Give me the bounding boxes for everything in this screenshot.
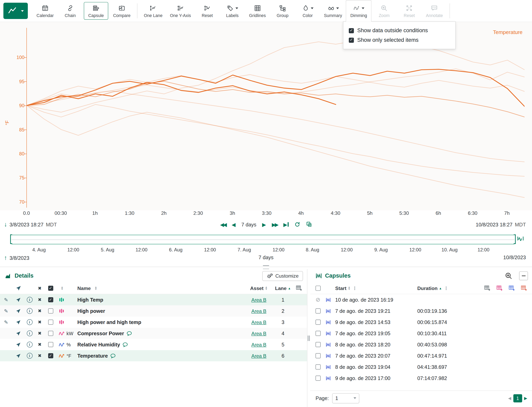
capsule-checkbox[interactable] bbox=[316, 331, 321, 336]
toolbar-item-compare[interactable]: Compare bbox=[109, 0, 134, 22]
sort-icon[interactable]: ▲▼ bbox=[348, 286, 350, 290]
capsule-checkbox[interactable] bbox=[316, 353, 321, 358]
remove-icon[interactable]: ✖ bbox=[35, 342, 45, 347]
pin-icon[interactable] bbox=[12, 342, 24, 347]
range-slider[interactable] bbox=[12, 235, 514, 244]
plot-area[interactable] bbox=[26, 28, 524, 208]
capsule-checkbox[interactable] bbox=[316, 320, 321, 325]
step-back-fast-button[interactable]: ◀◀ bbox=[220, 222, 226, 227]
capsule-checkbox[interactable] bbox=[316, 308, 321, 313]
lane-column-header[interactable]: Lane bbox=[275, 286, 286, 291]
capsule-row[interactable]: 9 de ago. de 2023 17:00 07:14:07.982 bbox=[310, 373, 532, 384]
prev-page-button[interactable]: ◀ bbox=[508, 396, 511, 401]
item-name[interactable]: High power bbox=[77, 308, 105, 314]
toolbar-item-one-y-axis[interactable]: One Y-Axis bbox=[166, 0, 195, 22]
details-row[interactable]: i ✖ kW Compressor Power Area B 4 bbox=[0, 328, 307, 339]
sort-asc-icon[interactable]: ▲ bbox=[439, 287, 442, 290]
pin-icon[interactable] bbox=[12, 331, 24, 336]
details-row[interactable]: i ✖ °F Temperature Area B 6 bbox=[0, 350, 307, 361]
toolbar-item-group[interactable]: Group bbox=[270, 0, 295, 22]
toolbar-item-reset[interactable]: Reset bbox=[195, 0, 220, 22]
capsule-row[interactable]: 8 de ago. de 2023 18:20 00:40:53.098 bbox=[310, 339, 532, 350]
item-name[interactable]: High Temp bbox=[77, 297, 103, 303]
info-icon[interactable]: i bbox=[27, 308, 32, 314]
toolbar-item-summary[interactable]: Summary bbox=[320, 0, 346, 22]
add-column-icon[interactable] bbox=[291, 285, 307, 291]
step-forward-fast-button[interactable]: ▶▶ bbox=[272, 222, 278, 227]
pin-icon[interactable] bbox=[12, 353, 24, 358]
asset-link[interactable]: Area B bbox=[251, 331, 266, 336]
item-name[interactable]: Temperature bbox=[77, 353, 108, 359]
capsule-checkbox[interactable] bbox=[316, 376, 321, 381]
details-row[interactable]: ✎ i ✖ High power and high temp Area B 3 bbox=[0, 317, 307, 328]
capsule-row[interactable]: ⊘ 10 de ago. de 2023 16:19 bbox=[310, 294, 532, 305]
details-row[interactable]: ✎ i ✖ High Temp Area B 1 bbox=[0, 294, 307, 305]
range-slider-left-handle[interactable] bbox=[10, 235, 12, 244]
vertical-splitter[interactable] bbox=[307, 269, 310, 407]
row-checkbox[interactable] bbox=[48, 297, 53, 302]
sort-icon[interactable]: ▲▼ bbox=[265, 286, 268, 290]
info-icon[interactable]: i bbox=[27, 319, 32, 325]
add-metric-column-icon[interactable] bbox=[521, 285, 527, 291]
toolbar-item-gridlines[interactable]: Gridlines bbox=[245, 0, 270, 22]
pin-icon[interactable] bbox=[12, 320, 24, 325]
remove-icon[interactable]: ✖ bbox=[35, 331, 45, 336]
toolbar-item-one-lane[interactable]: One Lane bbox=[140, 0, 166, 22]
collapse-panel-button[interactable] bbox=[519, 271, 528, 280]
capsule-checkbox[interactable] bbox=[316, 364, 321, 369]
customize-button[interactable]: Customize bbox=[262, 271, 303, 281]
row-checkbox[interactable] bbox=[48, 331, 53, 336]
pin-icon[interactable] bbox=[12, 297, 24, 302]
trend-line-capsule-dark-1[interactable] bbox=[27, 69, 524, 106]
toolbar-item-labels[interactable]: Labels bbox=[220, 0, 245, 22]
asset-link[interactable]: Area B bbox=[251, 308, 266, 313]
name-column-header[interactable]: Name bbox=[77, 286, 91, 291]
next-page-button[interactable]: ▶ bbox=[524, 396, 527, 401]
row-checkbox[interactable] bbox=[48, 342, 53, 347]
sort-asc-icon[interactable]: ▲ bbox=[288, 287, 291, 290]
step-forward-button[interactable]: ▶ bbox=[262, 222, 266, 227]
capsule-row[interactable]: 9 de ago. de 2023 14:53 00:06:15.874 bbox=[310, 317, 532, 328]
edit-icon[interactable]: ✎ bbox=[4, 297, 8, 303]
select-all-capsules-checkbox[interactable] bbox=[316, 286, 321, 291]
select-all-checkbox[interactable] bbox=[48, 286, 53, 291]
current-page-button[interactable]: 1 bbox=[513, 394, 522, 402]
details-row[interactable]: i ✖ % Relative Humidity Area B 5 bbox=[0, 339, 307, 350]
dimming-option-outside[interactable]: Show data outside conditions bbox=[348, 26, 451, 35]
step-back-button[interactable]: ◀ bbox=[232, 222, 236, 227]
sort-icon[interactable]: ▲▼ bbox=[94, 286, 97, 290]
edit-icon[interactable]: ✎ bbox=[4, 319, 8, 325]
toolbar-item-dimming[interactable]: Dimming bbox=[346, 0, 372, 22]
edit-icon[interactable]: ✎ bbox=[4, 308, 8, 314]
asset-link[interactable]: Area B bbox=[251, 319, 266, 325]
capsule-checkbox[interactable] bbox=[316, 342, 321, 347]
start-column-header[interactable]: Start bbox=[335, 286, 346, 291]
arrow-down-icon[interactable]: ↓ bbox=[4, 221, 7, 228]
arrow-up-icon[interactable]: ↑ bbox=[4, 254, 7, 262]
item-name[interactable]: Relative Humidity bbox=[77, 342, 120, 347]
asset-link[interactable]: Area B bbox=[251, 353, 266, 358]
splitter-grip-icon[interactable] bbox=[263, 266, 269, 269]
capsule-row[interactable]: 7 de ago. de 2023 19:05 00:10:30.411 bbox=[310, 328, 532, 339]
pin-icon[interactable] bbox=[12, 309, 24, 313]
toolbar-item-color[interactable]: Color bbox=[295, 0, 320, 22]
worksheet-view-button[interactable] bbox=[3, 3, 28, 19]
refresh-icon[interactable] bbox=[294, 221, 300, 227]
splitter-grip-icon[interactable] bbox=[308, 336, 310, 341]
column-menu-icon[interactable]: ⋮ bbox=[444, 286, 448, 291]
details-row[interactable]: ✎ i ✖ High power Area B 2 bbox=[0, 305, 307, 317]
remove-icon[interactable]: ✖ bbox=[35, 353, 45, 358]
trend-line-capsule-light-wiggle[interactable] bbox=[27, 75, 524, 105]
annotation-icon[interactable] bbox=[110, 353, 116, 358]
checkbox-checked-icon[interactable] bbox=[349, 28, 354, 33]
remove-all-icon[interactable]: ✖ bbox=[35, 286, 45, 291]
zoom-to-capsule-icon[interactable] bbox=[505, 272, 513, 280]
page-select[interactable]: 1 bbox=[332, 393, 360, 403]
info-icon[interactable]: i bbox=[27, 353, 32, 359]
trend-chart[interactable]: °F 100 95 90 85 80 75 70 0.000:301h1:302… bbox=[0, 22, 532, 210]
capsule-row[interactable]: 8 de ago. de 2023 19:04 04:41:38.697 bbox=[310, 361, 532, 373]
column-menu-icon[interactable]: ⋮ bbox=[352, 286, 357, 291]
step-to-end-button[interactable]: ▶ bbox=[283, 222, 289, 227]
add-condition-column-icon[interactable] bbox=[509, 285, 515, 291]
copy-range-icon[interactable] bbox=[306, 221, 312, 227]
